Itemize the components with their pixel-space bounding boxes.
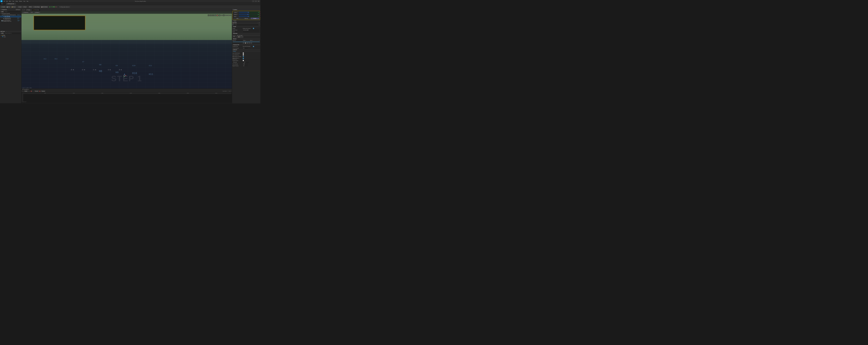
tree-item-root-edit[interactable]: Edit in C++ xyxy=(18,15,21,15)
element0-mat-dropdown[interactable]: None ▾ xyxy=(243,40,249,41)
scale-x-input[interactable] xyxy=(239,16,249,17)
advanced-section-header[interactable]: ▶ Advanced xyxy=(232,49,260,51)
mat-copy-btn[interactable]: 📋 xyxy=(245,42,246,44)
location-dropdown[interactable]: Location ▾ xyxy=(233,11,239,13)
mat-find-btn[interactable]: ⊞ xyxy=(247,42,248,44)
bottom-tab-mapping[interactable]: 🗺 OutputMapping ✕ xyxy=(22,89,31,90)
mat-clear-btn[interactable]: ✕ xyxy=(249,42,250,44)
viewports-button[interactable]: ⊞ Viewports ▾ xyxy=(34,12,40,13)
tree-item-root[interactable]: ▾ 🔗 Root Component (RootComponent) Edit … xyxy=(0,14,21,16)
scale-y-input[interactable] xyxy=(249,16,260,17)
info-bar-btn[interactable]: Info Bar xyxy=(24,91,28,92)
import-button[interactable]: ⬇ Import xyxy=(18,6,22,8)
location-y-input[interactable] xyxy=(249,11,260,13)
static-mesh-section-header[interactable]: ▾ Static Mesh xyxy=(232,33,260,34)
mesh-clear-btn[interactable]: ✕ xyxy=(242,36,244,37)
tooltip-input[interactable] xyxy=(243,31,260,32)
location-x-input[interactable] xyxy=(239,11,249,13)
add-cluster-button[interactable]: + Add xyxy=(0,33,4,34)
snap-icon-bottom[interactable]: 🧲 xyxy=(31,91,32,92)
viewport-scene[interactable]: 🎥 Perspective ▾ ☀ Lit ▾ ⊞ Viewports ▾ xyxy=(22,11,232,88)
mesh-dropdown[interactable]: LSU_LED_Wall ▾ xyxy=(237,35,260,36)
snap-icon-2[interactable]: 🧲 xyxy=(39,91,40,92)
scale-z-input[interactable] xyxy=(260,16,260,17)
rotation-x-input[interactable] xyxy=(239,13,249,15)
vp-angle-value[interactable]: 10° xyxy=(225,15,227,16)
materials-section-header[interactable]: ▾ Materials xyxy=(232,38,260,39)
physics-section-header[interactable]: ▾ Physics xyxy=(232,51,260,52)
menu-debug[interactable]: Debug xyxy=(15,0,19,2)
vp-grid-icon[interactable]: ⊞ xyxy=(219,15,220,16)
viewport-realtime-icon[interactable]: ⏱ xyxy=(24,9,25,10)
components-panel-close-x[interactable]: ✕ xyxy=(8,9,8,10)
vp-angle-icon[interactable]: ∠ xyxy=(223,15,225,16)
tree-item-lsu[interactable]: ▣ LSU_LED_Wall xyxy=(0,16,21,18)
cycle-icon[interactable]: ↺ xyxy=(30,91,30,92)
static-button[interactable]: Static xyxy=(233,18,242,19)
stationary-button[interactable]: Stationary xyxy=(242,18,250,19)
rotation-dropdown[interactable]: Rotation ▾ xyxy=(233,13,239,15)
replicate-physics-checkbox[interactable] xyxy=(243,58,244,59)
resolution-icon[interactable]: ⊞ xyxy=(29,91,29,92)
close-button[interactable]: ✕ xyxy=(257,0,260,2)
sockets-arrow[interactable]: ▶ xyxy=(232,21,233,22)
skip-button[interactable]: ⏭ xyxy=(54,6,55,7)
transform-collapse-arrow[interactable]: ▾ xyxy=(232,9,233,10)
menu-icon-bottom[interactable]: ☰ xyxy=(22,91,23,92)
vp-camera-speed[interactable]: 4 xyxy=(230,15,231,16)
diff-button[interactable]: ⇄ Diff ▾ xyxy=(29,6,33,8)
menu-help[interactable]: Help xyxy=(26,0,29,2)
event-graph-tab[interactable]: ⚡ Event Graph xyxy=(33,9,40,11)
component-tick-section-header[interactable]: ▾ Component Tick xyxy=(232,44,260,46)
ignore-radial-force-checkbox[interactable] xyxy=(243,54,244,55)
more-button[interactable]: ▾ xyxy=(57,6,57,7)
class-settings-button[interactable]: ⚙ Class Settings xyxy=(33,6,40,8)
tree-item-sync[interactable]: 🔄 Sync Tick Component (DisplayClusterSyn… xyxy=(0,20,21,22)
vp-rotate-icon[interactable]: ↺ xyxy=(210,15,212,16)
editable-inherited-checkbox[interactable] xyxy=(253,28,254,29)
viewport-grid-icon[interactable]: ⊞ xyxy=(23,9,24,10)
menu-asset[interactable]: Asset xyxy=(8,0,11,2)
details-options-icon[interactable]: ⋯ xyxy=(259,24,260,25)
my-blueprint-tab[interactable]: My Blueprint xyxy=(16,9,21,10)
add-component-button[interactable]: + Add xyxy=(0,11,4,12)
details-search-input[interactable] xyxy=(234,24,259,26)
cluster-panel-close-x[interactable]: ✕ xyxy=(6,31,6,32)
transform-btn[interactable]: Transform xyxy=(34,91,39,92)
mesh-copy-btn[interactable]: 📋 xyxy=(238,36,240,37)
mesh-find-btn[interactable]: ⊞ xyxy=(240,36,242,37)
details-settings-icon[interactable]: ⚙ xyxy=(259,22,260,23)
perspective-button[interactable]: 🎥 Perspective ▾ xyxy=(22,12,29,13)
rotation-z-input[interactable] xyxy=(260,13,260,15)
stop-button[interactable]: ⏹ xyxy=(53,6,54,7)
mapping-canvas[interactable]: 500 1000 1500 2000 2500 3000 3500 olutio… xyxy=(22,92,232,102)
scale-dropdown[interactable]: Scale ▾ xyxy=(233,16,239,17)
mapping-close[interactable]: ✕ xyxy=(29,89,30,90)
cluster-tree-item[interactable]: 🔷 Cluster xyxy=(0,36,21,37)
play-button[interactable]: ▶ xyxy=(50,6,51,8)
tab-config[interactable]: ● LSUnDisplayConfig* ✕ xyxy=(6,2,16,5)
menu-edit[interactable]: Edit xyxy=(6,0,8,2)
maximize-button[interactable]: □ xyxy=(255,0,257,2)
apply-impulse-checkbox[interactable] xyxy=(243,56,244,57)
mass-input[interactable] xyxy=(244,62,249,63)
compile-button[interactable]: ⚙ Compile xyxy=(0,6,6,8)
preview-tab-close[interactable]: ✕ xyxy=(31,9,31,10)
tab-main-close[interactable]: ✕ xyxy=(4,3,4,4)
save-button[interactable]: 💾 Save xyxy=(6,6,11,8)
tab-config-close[interactable]: ✕ xyxy=(15,3,16,4)
viewport-menu-icon[interactable]: ☰ xyxy=(22,9,23,10)
variable-section-header[interactable]: ▾ Variable xyxy=(232,26,260,28)
vp-translate-icon[interactable]: ✛ xyxy=(208,15,210,16)
transform-icon-bottom[interactable]: ⤢ xyxy=(33,91,34,92)
component-search-input[interactable] xyxy=(4,11,21,12)
menu-view[interactable]: View xyxy=(12,0,15,2)
vp-scale-icon[interactable]: ⤢ xyxy=(212,15,214,16)
vp-camera-icon[interactable]: 📷 xyxy=(214,15,216,16)
tree-item-viewpoint[interactable]: 📷 Default View Point (DefaultViewPoint) … xyxy=(0,18,21,20)
ignore-radial-impulse-checkbox[interactable] xyxy=(243,53,244,54)
vp-grid-size[interactable]: 10 xyxy=(221,15,222,16)
preview-tab[interactable]: 👁 Preview ✕ xyxy=(25,9,32,11)
snapping-btn[interactable]: Snapping xyxy=(41,91,45,92)
linear-damping-input[interactable] xyxy=(243,63,248,64)
